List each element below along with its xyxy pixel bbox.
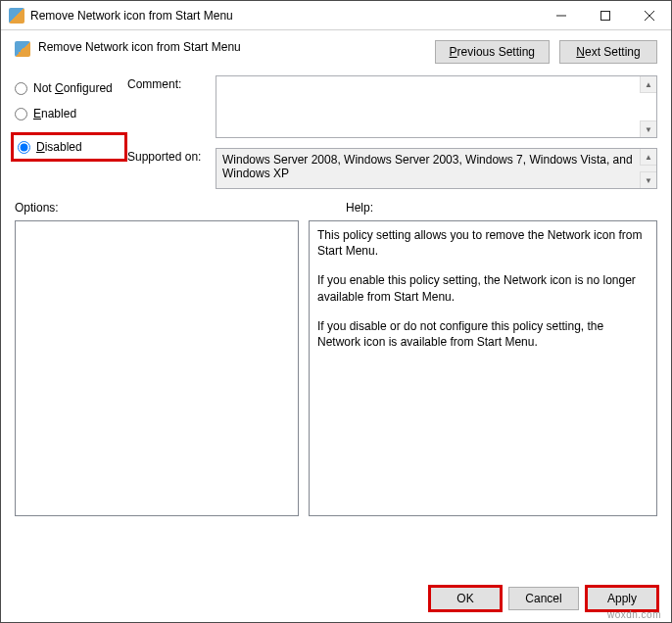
info-column: Comment: ▲ ▼ Supported on: Windows Serve…	[127, 75, 657, 199]
apply-button[interactable]: Apply	[587, 587, 657, 610]
gpo-dialog: Remove Network icon from Start Menu Remo…	[0, 0, 672, 623]
minimize-button[interactable]	[539, 1, 583, 29]
help-p1: This policy setting allows you to remove…	[317, 227, 648, 259]
window-title: Remove Network icon from Start Menu	[30, 9, 539, 23]
header: Remove Network icon from Start Menu Prev…	[1, 30, 671, 72]
previous-setting-button[interactable]: Previous Setting	[435, 40, 550, 64]
state-radios: Not Configured Enabled Disabled	[15, 81, 127, 162]
cancel-button[interactable]: Cancel	[508, 587, 579, 610]
radio-disabled-input[interactable]	[18, 141, 30, 154]
watermark: woxdn.com	[607, 609, 661, 620]
radio-disabled-label: Disabled	[36, 140, 82, 154]
body: Not Configured Enabled Disabled Comment:	[1, 72, 671, 199]
close-icon	[645, 11, 654, 21]
header-subtitle: Remove Network icon from Start Menu	[38, 40, 435, 54]
radio-disabled-highlight: Disabled	[11, 132, 127, 162]
options-pane	[15, 220, 299, 516]
scroll-down-icon[interactable]: ▼	[640, 171, 656, 188]
help-p3: If you disable or do not configure this …	[317, 318, 648, 350]
policy-icon	[15, 41, 30, 57]
radio-disabled[interactable]: Disabled	[18, 140, 82, 154]
supported-label: Supported on:	[127, 148, 216, 189]
radio-not-configured-label: Not Configured	[33, 81, 113, 95]
scroll-up-icon[interactable]: ▲	[640, 76, 656, 93]
pane-labels: Options: Help:	[1, 199, 671, 220]
comment-label: Comment:	[127, 75, 216, 138]
radio-not-configured-input[interactable]	[15, 82, 27, 95]
radio-enabled-label: Enabled	[33, 107, 76, 120]
supported-text: Windows Server 2008, Windows Server 2003…	[222, 153, 633, 180]
help-pane: This policy setting allows you to remove…	[309, 220, 657, 516]
next-label: ext Setting	[585, 45, 641, 59]
policy-icon	[9, 8, 24, 24]
radio-enabled[interactable]: Enabled	[15, 107, 127, 120]
minimize-icon	[556, 11, 566, 21]
state-column: Not Configured Enabled Disabled	[15, 75, 127, 199]
comment-textarea[interactable]: ▲ ▼	[216, 75, 657, 138]
comment-row: Comment: ▲ ▼	[127, 75, 657, 138]
options-label: Options:	[15, 201, 309, 215]
radio-enabled-input[interactable]	[15, 108, 27, 120]
maximize-button[interactable]	[583, 1, 627, 29]
ok-button[interactable]: OK	[430, 587, 501, 610]
help-p2: If you enable this policy setting, the N…	[317, 272, 648, 304]
help-label: Help:	[309, 201, 657, 215]
close-button[interactable]	[627, 1, 671, 29]
footer-buttons: OK Cancel Apply	[430, 587, 657, 610]
supported-row: Supported on: Windows Server 2008, Windo…	[127, 148, 657, 189]
prev-label: revious Setting	[457, 45, 535, 59]
svg-rect-1	[600, 11, 609, 20]
scroll-up-icon[interactable]: ▲	[640, 149, 656, 166]
window-controls	[539, 1, 671, 29]
setting-nav: Previous Setting Next Setting	[435, 40, 657, 64]
supported-box: Windows Server 2008, Windows Server 2003…	[216, 148, 657, 189]
panes: This policy setting allows you to remove…	[1, 220, 671, 516]
maximize-icon	[600, 11, 610, 21]
titlebar: Remove Network icon from Start Menu	[1, 1, 671, 30]
radio-not-configured[interactable]: Not Configured	[15, 81, 127, 95]
next-setting-button[interactable]: Next Setting	[559, 40, 657, 64]
scroll-down-icon[interactable]: ▼	[640, 120, 656, 137]
